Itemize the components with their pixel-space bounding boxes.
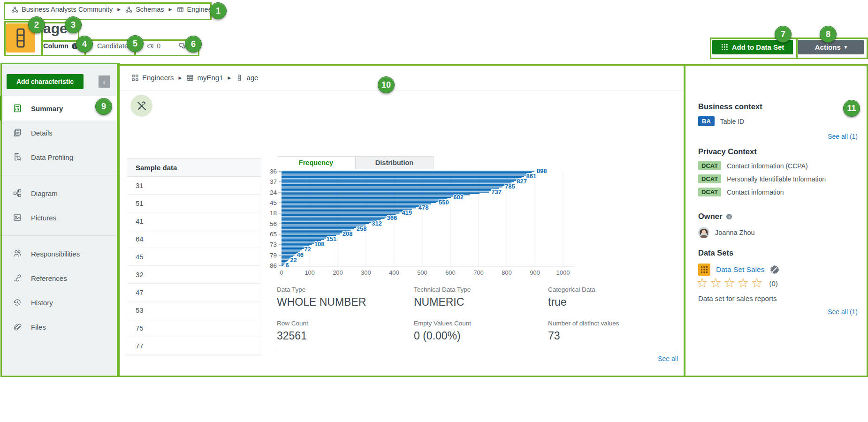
sidebar-item-references[interactable]: References <box>0 266 117 290</box>
breadcrumb: Business Analysts Community ▶ Schemas ▶ … <box>11 6 218 13</box>
data-set-description: Data set for sales reports <box>698 294 777 302</box>
breadcrumb-link[interactable]: Schemas <box>136 6 164 13</box>
breadcrumb-link[interactable]: Engineers <box>142 74 174 82</box>
svg-text:800: 800 <box>502 269 512 276</box>
sidebar-divider <box>0 175 117 175</box>
sample-data-header: Sample data <box>127 158 261 177</box>
sample-data-row: 51 <box>127 195 261 212</box>
callout-8: 8 <box>820 26 837 43</box>
star-icons[interactable]: ☆☆☆☆☆ <box>696 277 765 290</box>
breadcrumb-link[interactable]: age <box>246 74 258 82</box>
svg-text:208: 208 <box>343 230 353 237</box>
sidebar-item-history[interactable]: History <box>0 290 117 315</box>
business-context-heading: Business context <box>698 102 762 111</box>
sidebar-nav: Summary Details Data Profiling Diagram <box>0 96 117 339</box>
svg-text:108: 108 <box>314 241 325 248</box>
responsibilities-icon <box>13 249 22 258</box>
svg-text:36: 36 <box>270 169 277 175</box>
svg-text:478: 478 <box>419 204 429 211</box>
magic-wand-disabled-icon[interactable] <box>130 95 152 117</box>
svg-text:312: 312 <box>372 220 382 227</box>
column-icon <box>236 74 243 82</box>
rating-stars[interactable]: ☆☆☆☆☆ (0) <box>696 277 778 290</box>
see-all-link[interactable]: See all <box>658 355 678 362</box>
sidebar-item-details[interactable]: Details <box>0 121 117 145</box>
svg-text:i: i <box>729 214 730 219</box>
svg-text:300: 300 <box>361 269 371 276</box>
callout-2: 2 <box>28 16 45 33</box>
files-icon <box>13 323 22 331</box>
data-set-icon <box>698 264 710 276</box>
tab-distribution[interactable]: Distribution <box>355 156 434 169</box>
profiling-stats: Data TypeWHOLE NUMBER Technical Data Typ… <box>277 286 619 342</box>
sidebar-item-diagram[interactable]: Diagram <box>0 181 117 205</box>
sidebar-item-files[interactable]: Files <box>0 315 117 339</box>
svg-text:419: 419 <box>402 209 412 216</box>
breadcrumb-link[interactable]: Business Analysts Community <box>22 6 113 13</box>
owner-row[interactable]: Joanna Zhou <box>698 227 755 238</box>
table-icon <box>177 6 184 13</box>
owner-heading: Owner i <box>698 212 732 221</box>
sample-data-row: 53 <box>127 301 261 319</box>
sidebar-divider <box>0 235 117 236</box>
svg-text:861: 861 <box>526 173 537 180</box>
svg-text:366: 366 <box>387 214 397 221</box>
stat-cell: Categorical Datatrue <box>548 286 619 309</box>
sidebar-collapse-button[interactable]: ‹ <box>99 75 110 88</box>
tags-count[interactable]: 0 <box>146 42 160 50</box>
summary-icon <box>13 104 22 113</box>
svg-text:65: 65 <box>270 231 277 238</box>
svg-text:18: 18 <box>270 210 277 217</box>
pictures-icon <box>13 213 22 222</box>
breadcrumb-link[interactable]: myEng1 <box>197 74 223 82</box>
svg-text:i: i <box>74 44 76 48</box>
privacy-context-item: DCAT Contact information <box>698 188 784 196</box>
svg-text:37: 37 <box>270 178 277 185</box>
svg-text:73: 73 <box>270 241 277 248</box>
stat-cell: Row Count32561 <box>277 320 414 342</box>
sample-data-row: 75 <box>127 319 261 337</box>
sidebar-item-pictures[interactable]: Pictures <box>0 205 117 230</box>
svg-text:200: 200 <box>333 269 343 276</box>
sidebar-item-data-profiling[interactable]: Data Profiling <box>0 145 117 169</box>
references-icon <box>13 274 22 282</box>
callout-11: 11 <box>843 100 860 117</box>
status-badge: Candidate <box>97 42 128 50</box>
table-icon <box>186 74 194 82</box>
data-profiling-icon <box>13 153 22 161</box>
sample-data-row: 47 <box>127 284 261 301</box>
callout-10: 10 <box>378 76 395 93</box>
data-sets-heading: Data Sets <box>698 249 733 257</box>
add-characteristic-button[interactable]: Add characteristic <box>7 74 84 89</box>
sample-data-row: 45 <box>127 248 261 266</box>
breadcrumb-separator: ▶ <box>117 7 121 12</box>
svg-text:56: 56 <box>270 220 277 227</box>
dcat-badge: DCAT <box>698 188 721 196</box>
ba-badge: BA <box>698 116 715 126</box>
svg-text:900: 900 <box>530 269 540 276</box>
svg-text:258: 258 <box>357 225 367 232</box>
dcat-badge: DCAT <box>698 161 721 170</box>
svg-text:72: 72 <box>304 246 311 253</box>
callout-7: 7 <box>775 26 792 43</box>
sidebar-item-responsibilities[interactable]: Responsibilities <box>0 241 117 266</box>
sample-data-row: 32 <box>127 266 261 284</box>
sample-data-row: 41 <box>127 212 261 230</box>
data-sets-see-all[interactable]: See all (1) <box>828 308 858 316</box>
business-context-see-all[interactable]: See all (1) <box>828 132 858 141</box>
stat-cell: Data TypeWHOLE NUMBER <box>277 286 414 309</box>
data-set-link[interactable]: Data Set Sales <box>716 265 764 274</box>
asset-breadcrumb: Engineers ▶ myEng1 ▶ age <box>117 65 683 91</box>
svg-text:24: 24 <box>270 189 277 196</box>
callout-9: 9 <box>95 98 112 115</box>
chart-tabs: Frequency Distribution <box>277 156 434 169</box>
dcat-badge: DCAT <box>698 174 721 183</box>
svg-text:898: 898 <box>537 169 547 174</box>
info-icon[interactable]: i <box>726 213 732 220</box>
tab-frequency[interactable]: Frequency <box>277 156 355 169</box>
privacy-context-heading: Privacy Context <box>698 147 757 156</box>
stats-footer: See all <box>277 350 678 363</box>
privacy-context-item: DCAT Personally Identifiable Information <box>698 174 826 183</box>
svg-text:0: 0 <box>280 269 283 276</box>
community-icon <box>125 6 132 13</box>
